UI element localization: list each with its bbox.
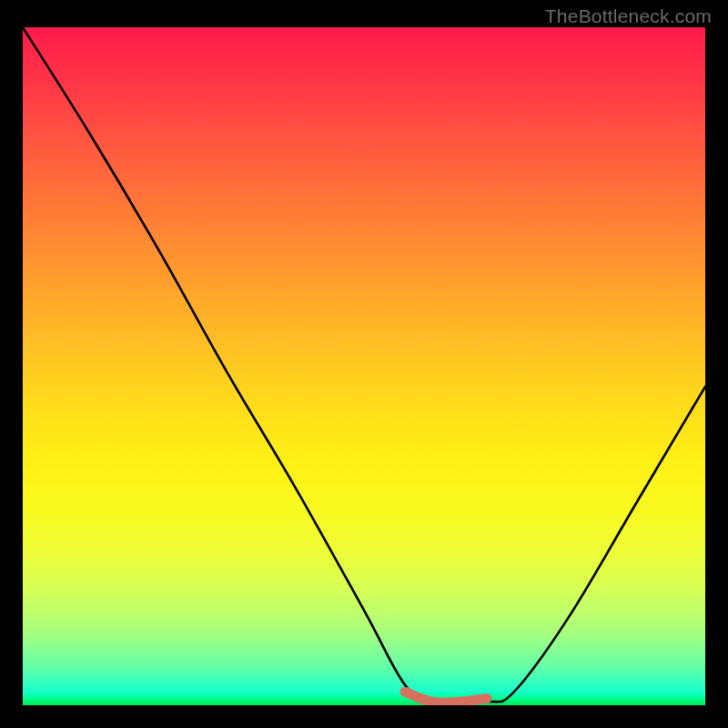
plot-area <box>23 27 705 705</box>
chart-container: TheBottleneck.com <box>0 0 728 728</box>
optimal-range-highlight <box>23 27 705 705</box>
accent-path <box>405 692 487 703</box>
watermark-text: TheBottleneck.com <box>545 5 712 27</box>
